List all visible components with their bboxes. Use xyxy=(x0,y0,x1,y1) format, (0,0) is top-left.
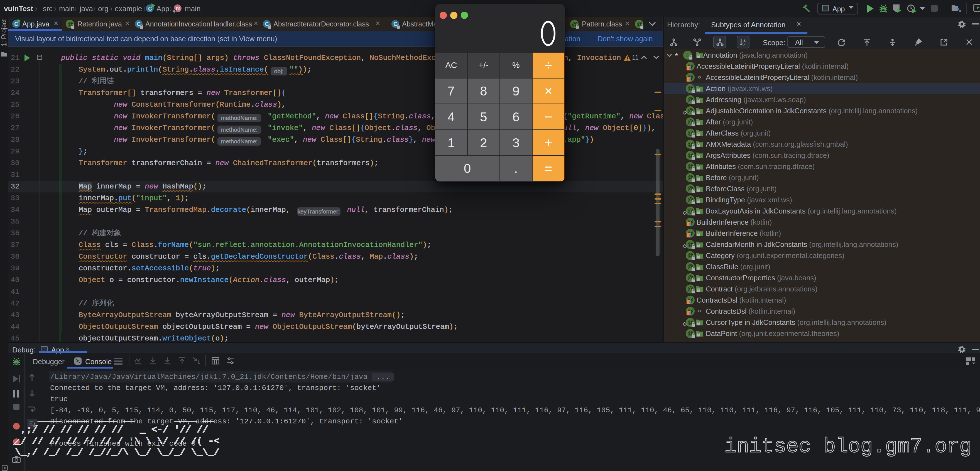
svg-text:z: z xyxy=(743,42,745,46)
svg-text:a: a xyxy=(743,38,746,43)
